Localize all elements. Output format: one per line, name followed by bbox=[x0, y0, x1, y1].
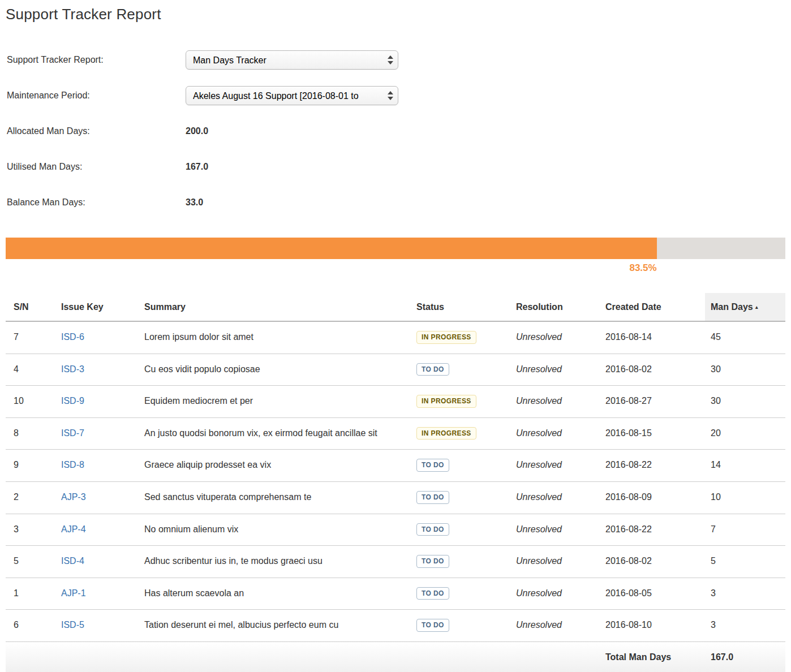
cell-man-days: 3 bbox=[705, 610, 785, 642]
issue-key-link[interactable]: AJP-3 bbox=[61, 492, 86, 502]
cell-created-date: 2016-08-27 bbox=[600, 386, 705, 418]
column-header-status[interactable]: Status bbox=[411, 293, 510, 321]
table-header-row: S/N Issue Key Summary Status Resolution … bbox=[6, 293, 785, 321]
cell-sn: 5 bbox=[6, 546, 55, 578]
cell-man-days: 5 bbox=[705, 546, 785, 578]
support-tracker-report-page: Support Tracker Report Support Tracker R… bbox=[0, 0, 791, 672]
cell-resolution: Unresolved bbox=[510, 546, 600, 578]
issue-key-link[interactable]: ISD-4 bbox=[61, 556, 84, 566]
cell-created-date: 2016-08-22 bbox=[600, 514, 705, 546]
issue-key-link[interactable]: ISD-9 bbox=[61, 396, 84, 406]
column-header-man-days[interactable]: Man Days▴ bbox=[705, 293, 785, 321]
cell-created-date: 2016-08-22 bbox=[600, 450, 705, 482]
page-title: Support Tracker Report bbox=[6, 0, 785, 23]
issue-key-link[interactable]: AJP-4 bbox=[61, 524, 86, 534]
maintenance-period-select[interactable]: Akeles August 16 Support [2016-08-01 to bbox=[186, 86, 398, 105]
cell-man-days: 30 bbox=[705, 354, 785, 386]
report-type-row: Support Tracker Report: Man Days Tracker bbox=[6, 50, 785, 70]
table-footer-row: Total Man Days 167.0 bbox=[6, 641, 785, 672]
cell-sn: 3 bbox=[6, 514, 55, 546]
cell-man-days: 30 bbox=[705, 386, 785, 418]
column-header-sn[interactable]: S/N bbox=[6, 293, 55, 321]
table-row: 3 AJP-4 No omnium alienum vix TO DO Unre… bbox=[6, 514, 785, 546]
allocated-man-days-row: Allocated Man Days: 200.0 bbox=[6, 122, 785, 141]
report-type-label: Support Tracker Report: bbox=[6, 55, 186, 65]
cell-resolution: Unresolved bbox=[510, 481, 600, 514]
cell-man-days: 10 bbox=[705, 481, 785, 514]
issue-key-link[interactable]: AJP-1 bbox=[61, 588, 86, 598]
cell-created-date: 2016-08-15 bbox=[600, 417, 705, 450]
status-badge: IN PROGRESS bbox=[416, 395, 476, 408]
table-row: 5 ISD-4 Adhuc scribentur ius in, te modu… bbox=[6, 546, 785, 578]
maintenance-period-row: Maintenance Period: Akeles August 16 Sup… bbox=[6, 86, 785, 105]
utilised-man-days-row: Utilised Man Days: 167.0 bbox=[6, 157, 785, 176]
cell-summary: Lorem ipsum dolor sit amet bbox=[139, 321, 411, 354]
utilisation-progress-bar bbox=[6, 238, 785, 259]
issue-key-link[interactable]: ISD-6 bbox=[61, 332, 84, 342]
issue-key-link[interactable]: ISD-3 bbox=[61, 364, 84, 374]
cell-sn: 8 bbox=[6, 417, 55, 450]
cell-summary: An justo quodsi bonorum vix, ex eirmod f… bbox=[139, 417, 411, 450]
cell-summary: Tation deserunt ei mel, albucius perfect… bbox=[139, 610, 411, 642]
cell-man-days: 3 bbox=[705, 578, 785, 610]
maintenance-period-select-wrap: Akeles August 16 Support [2016-08-01 to bbox=[186, 86, 398, 105]
cell-summary: Has alterum scaevola an bbox=[139, 578, 411, 610]
sort-ascending-icon: ▴ bbox=[755, 304, 758, 310]
utilisation-percent-row: 83.5% bbox=[6, 262, 657, 274]
issue-key-link[interactable]: ISD-7 bbox=[61, 428, 84, 438]
utilised-man-days-value: 167.0 bbox=[186, 162, 208, 172]
cell-summary: Sed sanctus vituperata comprehensam te bbox=[139, 481, 411, 514]
cell-resolution: Unresolved bbox=[510, 578, 600, 610]
cell-resolution: Unresolved bbox=[510, 450, 600, 482]
column-header-issue-key[interactable]: Issue Key bbox=[55, 293, 139, 321]
table-row: 4 ISD-3 Cu eos vidit populo copiosae TO … bbox=[6, 354, 785, 386]
cell-created-date: 2016-08-05 bbox=[600, 578, 705, 610]
allocated-man-days-value: 200.0 bbox=[186, 126, 208, 136]
table-row: 8 ISD-7 An justo quodsi bonorum vix, ex … bbox=[6, 417, 785, 450]
cell-sn: 2 bbox=[6, 481, 55, 514]
cell-created-date: 2016-08-10 bbox=[600, 610, 705, 642]
cell-summary: No omnium alienum vix bbox=[139, 514, 411, 546]
utilised-man-days-label: Utilised Man Days: bbox=[6, 162, 186, 172]
cell-created-date: 2016-08-02 bbox=[600, 354, 705, 386]
status-badge: TO DO bbox=[416, 363, 449, 376]
total-man-days-label: Total Man Days bbox=[600, 641, 705, 672]
column-header-created-date[interactable]: Created Date bbox=[600, 293, 705, 321]
table-row: 6 ISD-5 Tation deserunt ei mel, albucius… bbox=[6, 610, 785, 642]
maintenance-period-label: Maintenance Period: bbox=[6, 91, 186, 101]
cell-resolution: Unresolved bbox=[510, 354, 600, 386]
status-badge: TO DO bbox=[416, 459, 449, 472]
cell-resolution: Unresolved bbox=[510, 321, 600, 354]
status-badge: TO DO bbox=[416, 555, 449, 568]
cell-summary: Equidem mediocrem et per bbox=[139, 386, 411, 418]
issue-key-link[interactable]: ISD-5 bbox=[61, 620, 84, 630]
status-badge: IN PROGRESS bbox=[416, 427, 476, 440]
table-row: 9 ISD-8 Graece aliquip prodesset ea vix … bbox=[6, 450, 785, 482]
report-type-select[interactable]: Man Days Tracker bbox=[186, 50, 398, 70]
cell-summary: Adhuc scribentur ius in, te modus graeci… bbox=[139, 546, 411, 578]
issue-key-link[interactable]: ISD-8 bbox=[61, 460, 84, 469]
table-row: 7 ISD-6 Lorem ipsum dolor sit amet IN PR… bbox=[6, 321, 785, 354]
cell-sn: 1 bbox=[6, 578, 55, 610]
issues-table: S/N Issue Key Summary Status Resolution … bbox=[6, 293, 785, 672]
cell-man-days: 20 bbox=[705, 417, 785, 450]
report-type-select-wrap: Man Days Tracker bbox=[186, 50, 398, 70]
cell-man-days: 45 bbox=[705, 321, 785, 354]
total-man-days-value: 167.0 bbox=[705, 641, 785, 672]
status-badge: TO DO bbox=[416, 619, 449, 632]
cell-resolution: Unresolved bbox=[510, 514, 600, 546]
table-row: 1 AJP-1 Has alterum scaevola an TO DO Un… bbox=[6, 578, 785, 610]
cell-sn: 6 bbox=[6, 610, 55, 642]
cell-sn: 10 bbox=[6, 386, 55, 418]
cell-created-date: 2016-08-02 bbox=[600, 546, 705, 578]
cell-resolution: Unresolved bbox=[510, 417, 600, 450]
status-badge: TO DO bbox=[416, 491, 449, 504]
cell-created-date: 2016-08-09 bbox=[600, 481, 705, 514]
column-header-resolution[interactable]: Resolution bbox=[510, 293, 600, 321]
cell-resolution: Unresolved bbox=[510, 610, 600, 642]
balance-man-days-row: Balance Man Days: 33.0 bbox=[6, 193, 785, 212]
cell-man-days: 7 bbox=[705, 514, 785, 546]
column-header-summary[interactable]: Summary bbox=[139, 293, 411, 321]
allocated-man-days-label: Allocated Man Days: bbox=[6, 126, 186, 136]
table-row: 2 AJP-3 Sed sanctus vituperata comprehen… bbox=[6, 481, 785, 514]
